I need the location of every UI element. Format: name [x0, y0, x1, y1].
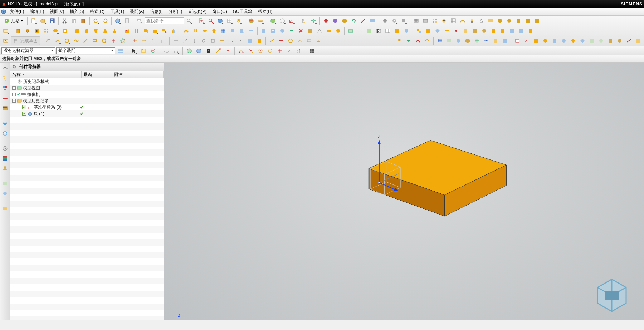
- wcs-button[interactable]: [287, 16, 296, 25]
- more4-button[interactable]: [514, 16, 523, 25]
- zoom-button[interactable]: [206, 16, 215, 25]
- tree-model-views[interactable]: +模型视图: [10, 85, 164, 91]
- flange-button[interactable]: [247, 26, 255, 35]
- expr-button[interactable]: p=: [374, 26, 383, 35]
- datum-axis-button[interactable]: [356, 26, 364, 35]
- cube-button[interactable]: [113, 16, 122, 25]
- draft2-button[interactable]: [151, 26, 159, 35]
- undo-button[interactable]: [92, 16, 100, 25]
- feat6[interactable]: [306, 26, 314, 35]
- wcs-dynamic-button[interactable]: [309, 16, 318, 25]
- menu-gctoolkit[interactable]: GC工具箱: [230, 8, 255, 15]
- rb-history[interactable]: [1, 144, 9, 153]
- ana3[interactable]: [454, 36, 463, 45]
- curve-circle[interactable]: [63, 36, 71, 45]
- nb10[interactable]: [597, 36, 605, 45]
- texture-button[interactable]: [430, 16, 439, 25]
- copy-button[interactable]: [70, 16, 78, 25]
- dim4[interactable]: [199, 36, 208, 45]
- snap-on-curve[interactable]: [285, 46, 294, 55]
- snap-mid[interactable]: [224, 46, 232, 55]
- layer-button[interactable]: [234, 16, 243, 25]
- curve-offset[interactable]: [118, 36, 127, 45]
- chamfer-curve[interactable]: [159, 36, 167, 45]
- taper-button[interactable]: [101, 26, 109, 35]
- assy7[interactable]: [470, 26, 479, 35]
- viewport-3d[interactable]: Z z: [164, 63, 644, 320]
- hide-button[interactable]: [278, 16, 287, 25]
- tree-cameras[interactable]: +✔摄像机: [10, 91, 164, 98]
- menu-preferences[interactable]: 首选项(P): [185, 8, 209, 15]
- dim2[interactable]: [181, 36, 189, 45]
- sync-button[interactable]: [350, 16, 358, 25]
- mirror-button[interactable]: [169, 26, 178, 35]
- tree-datum-csys[interactable]: 基准坐标系 (0) ✔: [10, 104, 164, 110]
- snap-end[interactable]: [214, 46, 223, 55]
- menu-edit[interactable]: 编辑(E): [27, 8, 47, 15]
- rib-button[interactable]: [110, 26, 119, 35]
- menu-insert[interactable]: 插入(S): [67, 8, 87, 15]
- rb-constraint-nav[interactable]: [1, 94, 9, 103]
- dim6[interactable]: [218, 36, 226, 45]
- shell-button[interactable]: [390, 16, 399, 25]
- assy5[interactable]: [452, 26, 460, 35]
- dim3[interactable]: [190, 36, 199, 45]
- collapse-icon[interactable]: −: [12, 99, 16, 103]
- material-button[interactable]: [322, 16, 330, 25]
- assembly-nav-button[interactable]: [300, 16, 308, 25]
- feat-b[interactable]: [402, 26, 411, 35]
- sel-box[interactable]: [162, 46, 171, 55]
- rb-hd3d[interactable]: [1, 119, 9, 128]
- fillet-curve[interactable]: [150, 36, 158, 45]
- sweep-button[interactable]: [182, 26, 190, 35]
- grid-icon[interactable]: [308, 46, 317, 55]
- swept-button[interactable]: [200, 26, 209, 35]
- feat7[interactable]: [315, 26, 324, 35]
- ana8[interactable]: [501, 36, 509, 45]
- save-button[interactable]: [48, 16, 57, 25]
- checkbox-icon[interactable]: [22, 112, 26, 116]
- snap-exist[interactable]: [275, 46, 284, 55]
- rb-gear[interactable]: [1, 64, 9, 73]
- feat-a[interactable]: [393, 26, 401, 35]
- assy13[interactable]: [526, 26, 535, 35]
- offset-button[interactable]: [141, 26, 150, 35]
- paste-button[interactable]: [79, 16, 88, 25]
- assy12[interactable]: [517, 26, 526, 35]
- nb13[interactable]: [625, 36, 633, 45]
- rb-extra1[interactable]: [1, 179, 9, 188]
- sel-intent[interactable]: [149, 46, 157, 55]
- menu-file[interactable]: 文件(F): [7, 8, 27, 15]
- unite-button[interactable]: [51, 26, 60, 35]
- trim-curve[interactable]: [131, 36, 140, 45]
- cv1[interactable]: [268, 36, 276, 45]
- cut-button[interactable]: [60, 16, 69, 25]
- n-sided-button[interactable]: [210, 26, 218, 35]
- hole-button[interactable]: [33, 26, 41, 35]
- ana4[interactable]: [463, 36, 472, 45]
- pin-icon[interactable]: [157, 65, 161, 69]
- mesh-button[interactable]: [219, 26, 228, 35]
- sphere-button[interactable]: [381, 16, 389, 25]
- assy8[interactable]: [480, 26, 488, 35]
- assy9[interactable]: [489, 26, 498, 35]
- snap-3[interactable]: [204, 46, 213, 55]
- pattern-button[interactable]: [42, 26, 50, 35]
- menu-format[interactable]: 格式(R): [87, 8, 107, 15]
- assy10[interactable]: [498, 26, 507, 35]
- sel-lasso[interactable]: [172, 46, 180, 55]
- assy2[interactable]: [424, 26, 433, 35]
- nb14[interactable]: [634, 36, 643, 45]
- tree-history-mode[interactable]: 历史记录模式: [10, 78, 164, 85]
- curve-rect[interactable]: [91, 36, 99, 45]
- snap-quad[interactable]: [266, 46, 274, 55]
- face-blend-button[interactable]: [238, 26, 246, 35]
- rb-extra2[interactable]: [1, 189, 9, 198]
- ana6[interactable]: [482, 36, 491, 45]
- search-down-button[interactable]: [185, 16, 193, 25]
- chamfer-button[interactable]: [82, 26, 91, 35]
- dim9[interactable]: [246, 36, 254, 45]
- snap-int[interactable]: [247, 46, 255, 55]
- touch-mode-button[interactable]: [123, 16, 131, 25]
- selection-scope-combo[interactable]: 整个装配: [56, 47, 115, 54]
